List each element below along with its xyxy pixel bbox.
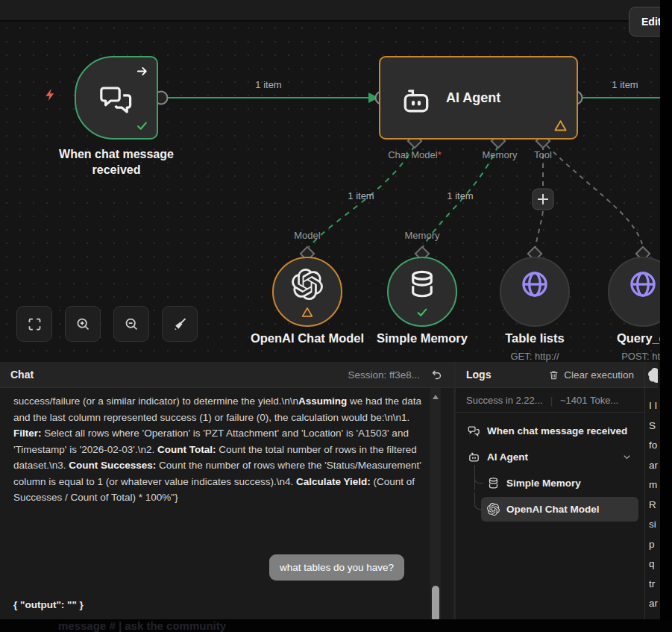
user-message-bubble: what tables do you have? (269, 554, 404, 581)
edge-label-1-item: 1 item (239, 79, 298, 90)
node-simple-memory[interactable] (387, 257, 457, 327)
zoom-in-button[interactable] (65, 306, 101, 342)
chat-title: Chat (10, 369, 34, 381)
edge-label-1-item: 1 item (331, 190, 391, 201)
edit-button-label: Edit (641, 16, 661, 28)
fit-view-icon (27, 316, 43, 332)
reset-session-icon[interactable] (430, 369, 443, 381)
required-asterisk: * (438, 149, 442, 160)
bottom-panels: Chat Session: ff3e8... success/failure (… (0, 362, 660, 619)
scroll-up-arrow-icon[interactable] (433, 395, 439, 399)
execution-status-row: Success in 2.22... | ~1401 Toke... (456, 388, 644, 413)
chat-scrollbar-thumb[interactable] (432, 586, 439, 622)
trigger-arrow-icon (136, 65, 148, 78)
log-row-simple-memory[interactable]: Simple Memory (481, 471, 638, 495)
top-bar (0, 0, 660, 22)
zoom-out-button[interactable] (113, 306, 149, 342)
table-lists-url: GET: http:// (475, 351, 594, 362)
node-when-chat-message-received[interactable] (75, 56, 158, 140)
trash-icon (548, 369, 559, 381)
port-label-tool: Tool (521, 149, 565, 160)
footer-hint-text: message # | ask the community (58, 619, 226, 632)
fit-view-button[interactable] (16, 306, 52, 342)
query-node-label: Query_dyn (589, 331, 660, 345)
right-overlay-strip (660, 0, 672, 632)
globe-icon (519, 269, 550, 300)
detail-panel-header (645, 362, 658, 388)
logs-tree: When chat message received AI Agent (456, 413, 644, 522)
chat-messages[interactable]: success/failure (or a similar indicator)… (0, 388, 453, 619)
openai-logo-icon (648, 368, 658, 383)
database-icon (406, 269, 438, 300)
agent-warning-icon (553, 119, 568, 133)
detail-panel-clipped: I I S fo ar m R si p q tr ar y R (645, 362, 658, 619)
agent-children: Simple Memory OpenAI Chat Model (481, 471, 638, 522)
chat-bubbles-icon (468, 425, 480, 437)
port-label-model: Model (270, 230, 345, 241)
table-lists-node-label: Table lists (475, 331, 594, 345)
logs-panel-header: Logs Clear execution (456, 362, 644, 388)
trigger-success-check-icon (136, 119, 148, 132)
port-label-chat-model: Chat Model* (362, 149, 467, 160)
log-row-openai-chat-model[interactable]: OpenAI Chat Model (481, 497, 638, 522)
execution-duration: Success in 2.22... (466, 395, 543, 406)
memory-node-label: Simple Memory (348, 331, 497, 345)
agent-node-title: AI Agent (446, 90, 500, 106)
chat-bubbles-icon (98, 81, 134, 117)
success-check-icon (416, 306, 429, 319)
n8n-workflow-app: Edit (0, 0, 672, 632)
logs-title: Logs (466, 369, 491, 381)
log-row-chat-trigger[interactable]: When chat message received (462, 419, 638, 443)
zoom-in-icon (75, 316, 91, 332)
log-row-ai-agent[interactable]: AI Agent (462, 445, 638, 469)
lightning-bolt-icon (43, 87, 58, 110)
edge-label-1-item: 1 item (430, 190, 490, 201)
port-label-memory-sub: Memory (385, 230, 459, 241)
openai-logo-icon (487, 503, 500, 516)
tidy-up-icon (172, 316, 188, 332)
zoom-out-icon (124, 316, 139, 332)
bot-message: success/failure (or a similar indicator)… (13, 393, 427, 506)
token-count: ~1401 Toke... (560, 395, 618, 406)
logs-panel: Logs Clear execution Success in 2.22... … (456, 362, 645, 619)
chat-panel: Chat Session: ff3e8... success/failure (… (0, 362, 456, 619)
status-separator: | (550, 395, 553, 406)
node-openai-chat-model[interactable] (272, 257, 342, 327)
canvas-controls (16, 306, 198, 342)
warning-triangle-icon (301, 306, 314, 319)
connection-tool-table-lists[interactable] (536, 211, 543, 247)
trigger-node-label: When chat message received (42, 146, 191, 178)
node-table-lists[interactable] (500, 257, 570, 327)
query-url: POST: http:// (589, 351, 660, 362)
chat-panel-header: Chat Session: ff3e8... (0, 362, 453, 388)
chevron-down-icon[interactable] (621, 451, 632, 463)
detail-panel-text-fragments: I I S fo ar m R si p q tr ar y R (649, 396, 658, 619)
node-ai-agent[interactable]: AI Agent (379, 56, 578, 140)
robot-icon (468, 451, 480, 463)
tidy-up-button[interactable] (162, 306, 198, 342)
chat-scrollbar[interactable] (430, 388, 441, 619)
globe-icon (627, 269, 659, 300)
workflow-canvas[interactable]: When chat message received AI Agent 1 it… (0, 22, 660, 362)
database-icon (487, 477, 500, 489)
robot-icon (400, 84, 433, 117)
bottom-overlay-strip: message # | ask the community (0, 619, 672, 632)
session-label: Session: ff3e8... (348, 369, 420, 381)
openai-logo-icon (292, 269, 323, 300)
output-json-line: { "output": "" } (13, 599, 84, 610)
clear-execution-button[interactable]: Clear execution (548, 369, 634, 381)
edge-label-1-item: 1 item (595, 79, 655, 90)
